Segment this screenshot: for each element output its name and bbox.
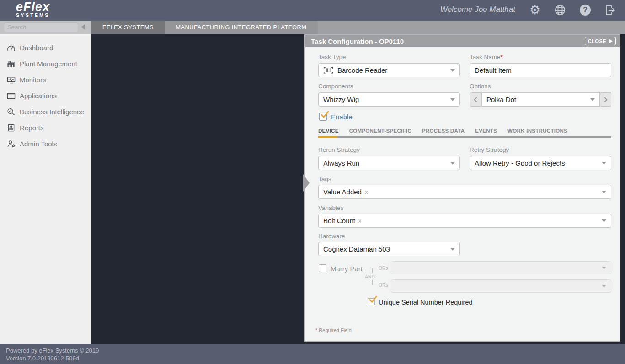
retry-strategy-label: Retry Strategy <box>470 146 509 153</box>
close-arrow-icon <box>609 39 613 43</box>
options-dropdown[interactable]: Polka Dot <box>481 92 600 107</box>
options-next-button[interactable] <box>600 92 611 107</box>
checkmark-icon <box>368 295 377 305</box>
components-dropdown[interactable]: Whizzy Wig <box>318 92 460 107</box>
search-zone <box>0 21 91 34</box>
hardware-label: Hardware <box>318 233 345 240</box>
enable-label[interactable]: Enable <box>331 113 353 121</box>
marry-part-checkbox[interactable] <box>319 264 326 272</box>
task-name-label: Task Name* <box>470 54 503 60</box>
chevron-down-icon <box>602 191 606 193</box>
tab-events[interactable]: EVENTS <box>475 128 497 134</box>
logo-subtext: SYSTEMS <box>16 12 50 18</box>
sidebar-item-plant-management[interactable]: Plant Management <box>0 56 91 72</box>
panel-header: Task Configuration - OP0110 CLOSE <box>305 35 620 47</box>
sidebar-item-business-intelligence[interactable]: Business Intelligence <box>0 104 91 120</box>
welcome-text: Welcome Joe Matthat <box>440 5 515 14</box>
sidebar-item-label: Monitors <box>20 76 46 84</box>
globe-icon[interactable] <box>554 4 566 16</box>
retry-strategy-dropdown[interactable]: Allow Retry - Good or Rejects <box>470 156 611 170</box>
chevron-down-icon <box>450 162 455 165</box>
footer-version: Version 7.0.20190612-506d <box>6 354 625 362</box>
marry-part-or2-dropdown <box>391 279 611 293</box>
magnifier-chart-icon <box>6 108 16 116</box>
tab-device[interactable]: DEVICE <box>318 128 339 134</box>
help-icon[interactable]: ? <box>579 4 592 16</box>
options-prev-button[interactable] <box>470 92 481 107</box>
task-configuration-panel: Task Configuration - OP0110 CLOSE Task T… <box>304 34 620 342</box>
rerun-strategy-label: Rerun Strategy <box>318 146 360 153</box>
rerun-strategy-dropdown[interactable]: Always Run <box>318 156 460 170</box>
chevron-down-icon <box>450 98 455 101</box>
chevron-down-icon <box>602 267 606 269</box>
panel-title: Task Configuration - OP0110 <box>305 37 404 45</box>
chevron-down-icon <box>590 98 595 101</box>
close-button[interactable]: CLOSE <box>585 37 616 45</box>
sidebar-item-admin-tools[interactable]: Admin Tools <box>0 136 91 152</box>
tags-multiselect[interactable]: Value Added x <box>318 185 611 199</box>
or-label-bottom: ORs <box>379 283 388 288</box>
sidebar-item-label: Dashboard <box>20 44 53 52</box>
barcode-icon <box>323 66 333 74</box>
search-input[interactable] <box>4 22 78 32</box>
gear-icon[interactable]: ⚙ <box>529 4 541 16</box>
window-icon <box>6 92 16 100</box>
or-label-top: ORs <box>379 266 388 271</box>
sidebar-item-dashboard[interactable]: Dashboard <box>0 40 91 56</box>
marry-part-or1-dropdown <box>391 261 611 274</box>
factory-icon <box>6 60 16 68</box>
enable-checkbox[interactable] <box>319 113 327 121</box>
app-header: eFlex SYSTEMS Welcome Joe Matthat ⚙ ? <box>0 0 625 21</box>
collapse-sidebar-icon[interactable] <box>81 24 85 30</box>
chevron-right-icon <box>602 97 607 102</box>
footer-powered-by: Powered by eFlex Systems © 2019 <box>6 347 625 354</box>
variables-multiselect[interactable]: Bolt Count x <box>318 214 611 228</box>
remove-tag-icon[interactable]: x <box>365 188 368 195</box>
task-name-input[interactable] <box>470 63 611 77</box>
or-bracket-top <box>372 268 377 273</box>
tab-eflex-systems[interactable]: EFLEX SYSTEMS <box>91 21 165 34</box>
tag-chip: Value Added <box>323 188 362 196</box>
panel-collapse-handle-icon[interactable] <box>303 174 310 192</box>
gauge-icon <box>6 44 16 52</box>
sidebar-item-monitors[interactable]: Monitors <box>0 72 91 88</box>
unique-serial-label[interactable]: Unique Serial Number Required <box>379 299 473 306</box>
hardware-dropdown[interactable]: Cognex Dataman 503 <box>318 242 460 256</box>
logout-icon[interactable] <box>604 4 617 16</box>
eflex-logo[interactable]: eFlex SYSTEMS <box>16 1 50 18</box>
sidebar-item-applications[interactable]: Applications <box>0 88 91 104</box>
and-label: AND <box>365 274 375 279</box>
app-footer: Powered by eFlex Systems © 2019 Version … <box>0 344 625 364</box>
sidebar-item-label: Reports <box>20 124 44 132</box>
options-label: Options <box>470 83 491 90</box>
checkmark-icon <box>320 110 329 121</box>
panel-body: Task Type Task Name* Barcode Reader Comp… <box>305 47 620 341</box>
chevron-down-icon <box>450 248 455 251</box>
sidebar-item-label: Admin Tools <box>20 140 57 148</box>
variables-label: Variables <box>318 204 343 211</box>
task-type-dropdown[interactable]: Barcode Reader <box>318 63 460 77</box>
secondary-bar: EFLEX SYSTEMS MANUFACTURING INTEGRATED P… <box>0 21 625 34</box>
tab-process-data[interactable]: PROCESS DATA <box>422 128 465 134</box>
sidebar-item-label: Plant Management <box>20 60 77 68</box>
remove-variable-icon[interactable]: x <box>358 217 362 224</box>
tab-manufacturing-platform[interactable]: MANUFACTURING INTEGRATED PLATFORM <box>165 21 317 34</box>
marry-part-label[interactable]: Marry Part <box>331 265 363 273</box>
unique-serial-checkbox[interactable] <box>368 298 375 305</box>
sidebar-item-reports[interactable]: Reports <box>0 120 91 136</box>
tab-divider <box>318 136 611 138</box>
tab-component-specific[interactable]: COMPONENT-SPECIFIC <box>349 128 411 134</box>
required-field-note: * Required Field <box>315 327 352 333</box>
or-bracket-bottom <box>372 280 377 285</box>
chevron-left-icon <box>474 97 479 102</box>
required-asterisk: * <box>315 327 317 333</box>
chevron-down-icon <box>602 285 606 288</box>
sidebar-nav: Dashboard Plant Management Monitors Appl… <box>0 34 91 344</box>
sidebar-item-label: Business Intelligence <box>20 108 84 116</box>
user-gear-icon <box>6 140 16 148</box>
chevron-down-icon <box>450 69 455 72</box>
active-tab-indicator <box>318 136 337 138</box>
tab-work-instructions[interactable]: WORK INSTRUCTIONS <box>507 128 567 134</box>
chevron-down-icon <box>602 162 606 165</box>
tags-label: Tags <box>318 176 331 182</box>
